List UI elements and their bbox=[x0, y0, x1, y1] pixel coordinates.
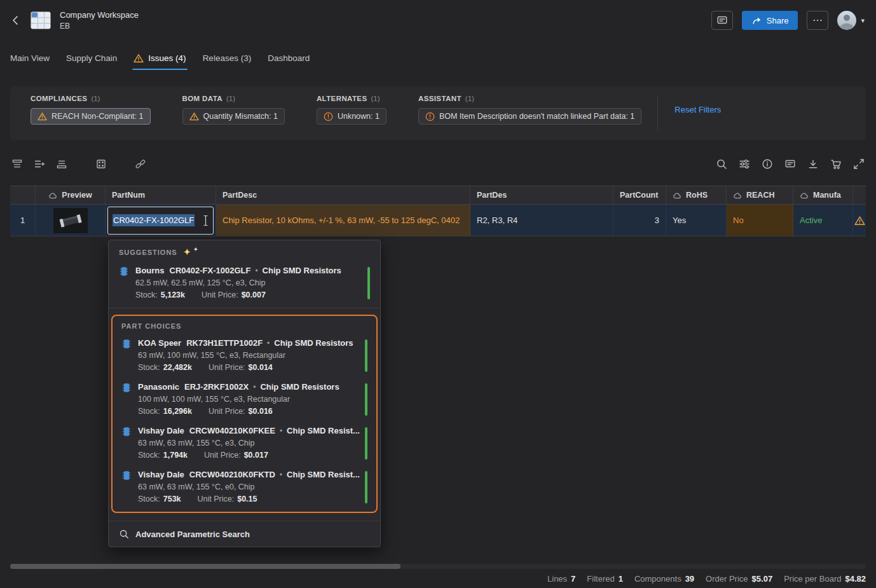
price-value: $0.007 bbox=[242, 291, 266, 299]
footprint-view-button[interactable] bbox=[94, 157, 108, 171]
filter-chip-quantity-mismatch[interactable]: Quantity Mismatch: 1 bbox=[182, 108, 285, 125]
stock-health-bar bbox=[365, 339, 367, 372]
col-manufacturer[interactable]: Manufa bbox=[793, 186, 853, 204]
part-commercial: Stock: 753k Unit Price: $0.15 bbox=[138, 495, 360, 503]
col-reach[interactable]: REACH bbox=[727, 186, 793, 204]
stock-health-bar bbox=[367, 267, 370, 299]
filter-chip-description-mismatch[interactable]: BOM Item Description doesn't match linke… bbox=[418, 108, 641, 125]
share-icon bbox=[751, 15, 762, 25]
part-choices-title: PART CHOICES bbox=[113, 316, 376, 334]
component-icon bbox=[121, 339, 132, 372]
chevron-left-icon bbox=[9, 13, 23, 27]
selected-text: CR0402-FX-1002GLF bbox=[113, 214, 195, 226]
col-rohs[interactable]: RoHS bbox=[666, 186, 727, 204]
part-choices-section: PART CHOICES KOA Speer RK73H1ETTP1002F •… bbox=[111, 315, 378, 513]
part-choice-item[interactable]: Vishay Dale CRCW040210K0FKEE • Chip SMD … bbox=[113, 421, 376, 465]
user-menu[interactable]: ▾ bbox=[837, 11, 865, 30]
lifecycle-cell[interactable]: Active bbox=[793, 205, 853, 236]
scrollbar-thumb[interactable] bbox=[10, 564, 400, 569]
unlink-part-button[interactable] bbox=[133, 157, 147, 171]
suggestion-item[interactable]: Bourns CR0402-FX-1002GLF • Chip SMD Resi… bbox=[109, 261, 380, 305]
avatar[interactable] bbox=[837, 11, 856, 30]
col-preview[interactable]: Preview bbox=[36, 186, 106, 204]
component-icon bbox=[119, 266, 129, 299]
part-title: KOA Speer RK73H1ETTP1002F • Chip SMD Res… bbox=[138, 338, 353, 348]
toolbar-left bbox=[10, 157, 147, 171]
toolbar-right bbox=[715, 157, 866, 171]
cloud-icon bbox=[48, 192, 57, 199]
advanced-parametric-search[interactable]: Advanced Parametric Search bbox=[109, 521, 380, 547]
tab-releases[interactable]: Releases (3) bbox=[203, 41, 252, 75]
filter-chip-unknown[interactable]: Unknown: 1 bbox=[317, 108, 387, 125]
col-partdesc[interactable]: PartDesc bbox=[216, 186, 470, 204]
sparkle-icon: ✦ bbox=[194, 247, 199, 252]
partcount-cell[interactable]: 3 bbox=[613, 205, 666, 236]
col-warnings[interactable] bbox=[853, 186, 866, 204]
rohs-cell[interactable]: Yes bbox=[666, 205, 727, 236]
footprint-icon bbox=[95, 158, 107, 170]
stock-health-bar bbox=[365, 427, 367, 460]
cloud-icon bbox=[673, 192, 681, 199]
add-line-icon bbox=[34, 158, 45, 170]
tab-issues[interactable]: Issues (4) bbox=[133, 41, 186, 75]
partnum-cell[interactable]: CR0402-FX-1002GLF bbox=[106, 205, 216, 236]
part-title: Vishay Dale CRCW040210K0FKTD • Chip SMD … bbox=[138, 470, 360, 479]
download-button[interactable] bbox=[806, 157, 820, 171]
lifecycle-status: Active bbox=[800, 215, 822, 225]
reset-filters-link[interactable]: Reset Filters bbox=[674, 105, 721, 114]
stock-health-bar bbox=[365, 471, 367, 503]
part-title: Vishay Dale CRCW040210K0FKEE • Chip SMD … bbox=[138, 426, 360, 435]
row-index-cell[interactable]: 1 bbox=[10, 205, 36, 236]
filter-group-alternates: ALTERNATES(1) Unknown: 1 bbox=[317, 95, 387, 125]
chevron-down-icon[interactable]: ▾ bbox=[861, 17, 865, 25]
preview-cell[interactable] bbox=[36, 205, 106, 236]
stock-health-bar bbox=[365, 383, 367, 416]
part-choice-item[interactable]: Panasonic ERJ-2RKF1002X • Chip SMD Resis… bbox=[113, 378, 376, 421]
cloud-icon bbox=[733, 192, 742, 199]
search-button[interactable] bbox=[715, 157, 729, 171]
tab-supply-chain[interactable]: Supply Chain bbox=[66, 41, 117, 75]
partdesc-cell[interactable]: Chip Resistor, 10 kOhms, +/-1 %, 63 mW, … bbox=[216, 205, 470, 236]
comments-button[interactable] bbox=[711, 11, 733, 30]
filter-settings-button[interactable] bbox=[737, 157, 751, 171]
manufacturer: Bourns bbox=[135, 266, 165, 275]
tab-main-view[interactable]: Main View bbox=[10, 41, 50, 75]
part-commercial: Stock: 1,794k Unit Price: $0.017 bbox=[138, 451, 360, 460]
col-partdes[interactable]: PartDes bbox=[470, 186, 613, 204]
col-partcount[interactable]: PartCount bbox=[613, 186, 666, 204]
view-tabs: Main View Supply Chain Issues (4) Releas… bbox=[0, 41, 876, 75]
alert-circle-icon bbox=[324, 112, 333, 121]
share-button[interactable]: Share bbox=[742, 11, 798, 30]
info-button[interactable] bbox=[760, 157, 774, 171]
cloud-icon bbox=[800, 192, 809, 199]
more-options-button[interactable]: ⋯ bbox=[807, 11, 828, 30]
filter-chip-reach-non-compliant[interactable]: REACH Non-Compliant: 1 bbox=[31, 108, 151, 125]
table-header: Preview PartNum PartDesc PartDes PartCou… bbox=[10, 186, 866, 205]
part-choice-item[interactable]: KOA Speer RK73H1ETTP1002F • Chip SMD Res… bbox=[113, 334, 376, 378]
expand-fullscreen-button[interactable] bbox=[852, 157, 866, 171]
bom-grouped-view-button[interactable] bbox=[55, 157, 69, 171]
component-icon bbox=[121, 427, 132, 460]
warning-triangle-icon bbox=[38, 112, 47, 121]
cart-button[interactable] bbox=[829, 157, 843, 171]
bom-flat-view-button[interactable] bbox=[10, 157, 24, 171]
part-commercial: Stock: 5,123k Unit Price: $0.007 bbox=[135, 291, 341, 299]
comment-button[interactable] bbox=[783, 157, 797, 171]
partnum-edit-input[interactable]: CR0402-FX-1002GLF bbox=[107, 207, 214, 235]
issues-filter-panel: COMPLIANCES(1) REACH Non-Compliant: 1 BO… bbox=[10, 86, 866, 140]
back-button[interactable] bbox=[8, 12, 24, 29]
col-index[interactable] bbox=[10, 186, 36, 204]
table-row[interactable]: 1 CR0402-FX-1002GLF Chip Resistor, 10 kO… bbox=[10, 205, 866, 236]
col-partnum[interactable]: PartNum bbox=[106, 186, 216, 204]
row-warning-cell[interactable] bbox=[853, 205, 866, 236]
expand-icon bbox=[853, 158, 865, 170]
tab-dashboard[interactable]: Dashboard bbox=[268, 41, 310, 75]
designators-cell[interactable]: R2, R3, R4 bbox=[470, 205, 613, 236]
workspace-logo-icon bbox=[31, 11, 51, 29]
part-choice-item[interactable]: Vishay Dale CRCW040210K0FKTD • Chip SMD … bbox=[113, 465, 376, 509]
bom-grouped-icon bbox=[56, 158, 67, 170]
add-line-button[interactable] bbox=[32, 157, 46, 171]
stat-components: Components39 bbox=[634, 574, 694, 584]
comment-icon bbox=[784, 158, 796, 170]
reach-cell[interactable]: No bbox=[727, 205, 793, 236]
